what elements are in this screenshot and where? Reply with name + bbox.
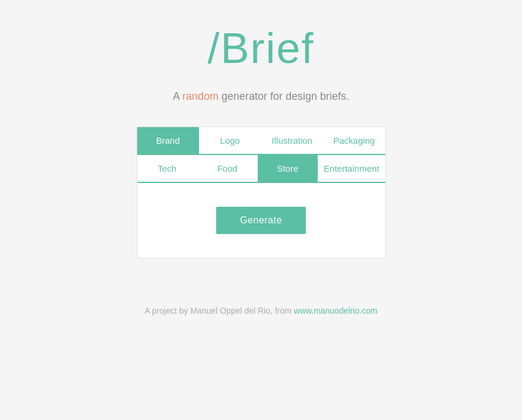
tab-brand[interactable]: Brand	[137, 127, 200, 154]
tabs-container: Brand Logo Illustration Packaging Tech F…	[137, 127, 386, 258]
tab-tech[interactable]: Tech	[137, 155, 198, 182]
footer: A project by Manuel Oppel del Rio, from …	[144, 306, 377, 315]
tab-store[interactable]: Store	[258, 155, 318, 182]
tab-entertainment[interactable]: Entertainment	[318, 155, 385, 182]
app-title: /Brief	[207, 24, 314, 72]
generate-button[interactable]: Generate	[216, 207, 306, 234]
tab-packaging[interactable]: Packaging	[323, 127, 385, 154]
tab-logo[interactable]: Logo	[199, 127, 261, 154]
subtitle-rest: generator for design briefs.	[219, 90, 349, 102]
tab-row-type: Brand Logo Illustration Packaging	[137, 127, 385, 155]
app-subtitle: A random generator for design briefs.	[173, 90, 349, 103]
subtitle-plain: A	[173, 90, 182, 102]
footer-text: A project by Manuel Oppel del Rio, from	[144, 306, 293, 315]
subtitle-highlight: random	[182, 90, 219, 102]
tab-illustration[interactable]: Illustration	[261, 127, 324, 154]
footer-link[interactable]: www.manuodelrio.com	[294, 306, 378, 315]
app-container: /Brief A random generator for design bri…	[0, 0, 522, 315]
generate-area: Generate	[137, 183, 385, 258]
tab-food[interactable]: Food	[197, 155, 258, 182]
tab-row-industry: Tech Food Store Entertainment	[137, 155, 385, 183]
